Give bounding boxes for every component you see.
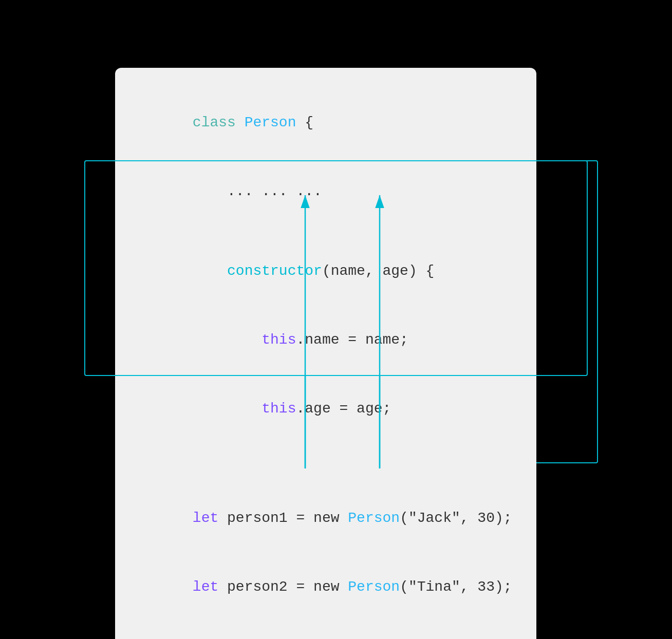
- diagram-container: class Person { ... ... ... constructor(n…: [53, 37, 619, 602]
- constructor-highlight-box: [84, 160, 588, 376]
- person1-rest1: person1 = new: [218, 510, 348, 526]
- bottom-code-block: let person1 = new Person("Jack", 30); le…: [115, 463, 536, 639]
- let-keyword-1: let: [193, 510, 218, 526]
- person1-args: ("Jack", 30);: [400, 510, 512, 526]
- this-age-rest: .age = age;: [296, 401, 391, 417]
- open-brace: {: [296, 115, 313, 130]
- person2-line: let person2 = new Person("Tina", 33);: [141, 553, 511, 622]
- this-keyword-2: this: [262, 401, 296, 417]
- person2-class: Person: [348, 579, 400, 595]
- person2-args: ("Tina", 33);: [400, 579, 512, 595]
- this-age-line: this.age = age;: [141, 375, 511, 444]
- class-declaration-line: class Person {: [141, 88, 511, 157]
- let-keyword-2: let: [193, 579, 218, 595]
- class-keyword: class: [193, 115, 236, 130]
- person1-line: let person1 = new Person("Jack", 30);: [141, 484, 511, 553]
- space1: [236, 115, 245, 130]
- this-age-indent: [193, 401, 262, 417]
- person2-rest1: person2 = new: [218, 579, 348, 595]
- person1-class: Person: [348, 510, 400, 526]
- class-name: Person: [245, 115, 296, 130]
